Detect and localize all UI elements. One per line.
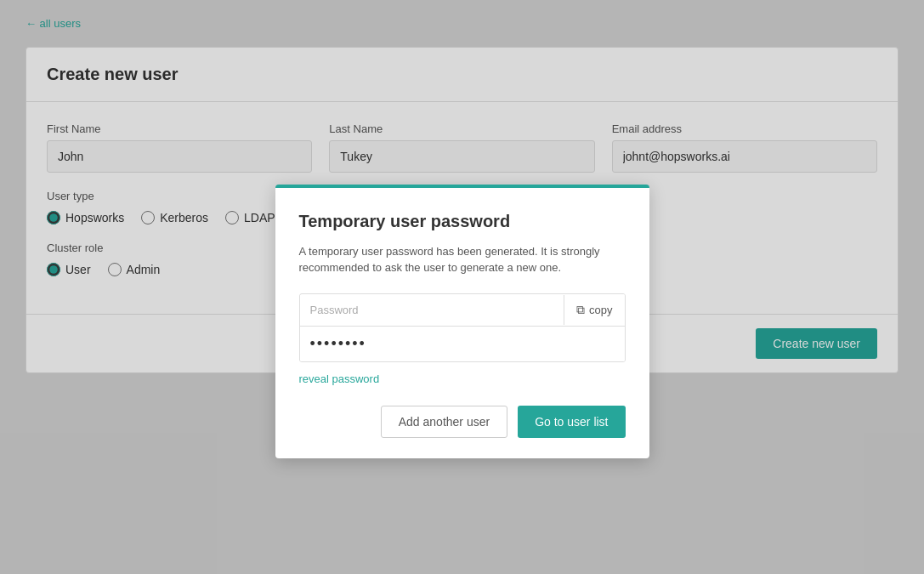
modal-actions: Add another user Go to user list <box>299 406 626 438</box>
password-dots: •••••••• <box>300 326 625 361</box>
password-placeholder-label: Password <box>300 295 565 325</box>
modal-description: A temporary user password has been gener… <box>299 243 626 276</box>
go-to-user-list-button[interactable]: Go to user list <box>518 406 625 438</box>
password-field-container: Password ⧉ copy •••••••• <box>299 293 626 362</box>
modal-overlay: Temporary user password A temporary user… <box>0 0 924 574</box>
password-field-top: Password ⧉ copy <box>300 294 625 326</box>
copy-label: copy <box>589 304 612 316</box>
add-another-user-button[interactable]: Add another user <box>381 406 507 438</box>
reveal-password-link[interactable]: reveal password <box>299 372 380 385</box>
copy-password-button[interactable]: ⧉ copy <box>564 294 624 326</box>
temp-password-modal: Temporary user password A temporary user… <box>275 185 649 458</box>
modal-title: Temporary user password <box>299 212 626 231</box>
copy-icon: ⧉ <box>576 303 585 317</box>
